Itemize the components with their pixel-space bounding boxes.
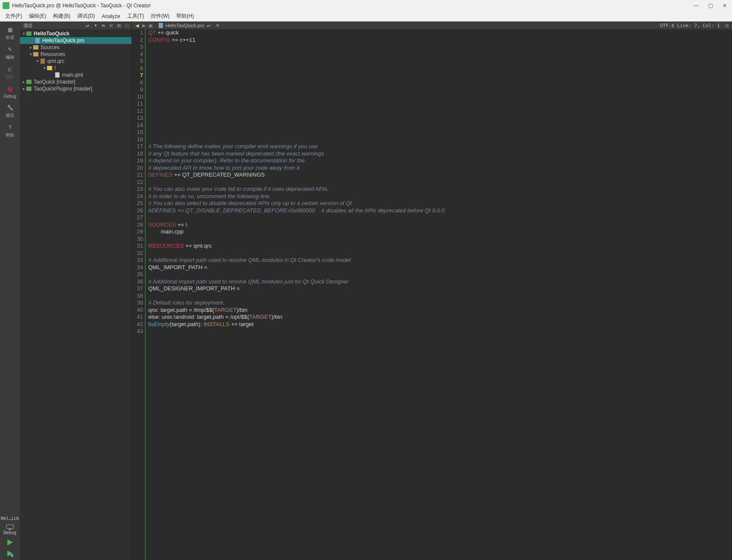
run-debug-button[interactable]	[6, 550, 14, 557]
tree-node-resources[interactable]: ▾ Resources	[20, 51, 131, 58]
mode-编辑[interactable]: ✎编辑	[0, 43, 20, 63]
code-line[interactable]: # deprecated API to know how to port you…	[148, 165, 732, 172]
code-line[interactable]: QML_DESIGNER_IMPORT_PATH =	[148, 285, 732, 292]
tree-node-project-root[interactable]: ▾ HelloTaoQuick	[20, 30, 131, 37]
tree-node-prefix[interactable]: ▾ /	[20, 65, 131, 72]
bookmark-icon[interactable]: ▣	[147, 23, 153, 28]
code-line[interactable]	[148, 58, 732, 65]
menu-item[interactable]: 构建(B)	[50, 12, 74, 21]
code-line[interactable]	[148, 100, 732, 108]
line-number: 33	[132, 257, 143, 264]
code-line[interactable]: # In order to do so, uncomment the follo…	[148, 193, 732, 200]
code-line[interactable]	[148, 93, 732, 101]
mode-label: 编辑	[6, 54, 14, 60]
menu-item[interactable]: 帮助(H)	[173, 12, 197, 21]
code-line[interactable]	[148, 250, 732, 257]
code-line[interactable]: main.cpp	[148, 228, 732, 236]
code-line[interactable]: !isEmpty(target.path): INSTALLS += targe…	[148, 321, 732, 328]
code-line[interactable]: # Additional import path used to resolve…	[148, 278, 732, 286]
code-line[interactable]: # Default rules for deployment.	[148, 299, 732, 307]
menu-item[interactable]: 工具(T)	[124, 12, 147, 21]
menu-item[interactable]: 文件(F)	[2, 12, 25, 21]
mode-项目[interactable]: 🔧项目	[0, 101, 20, 121]
window-titlebar: HelloTaoQuick.pro @ HelloTaoQuick - TaoQ…	[0, 0, 732, 11]
menu-item[interactable]: 调试(D)	[74, 12, 98, 21]
close-panel-icon[interactable]: ▢	[124, 22, 130, 28]
code-line[interactable]: RESOURCES += qml.qrc	[148, 243, 732, 250]
mode-帮助[interactable]: ?帮助	[0, 121, 20, 141]
code-line[interactable]: # depend on your compiler). Refer to the…	[148, 157, 732, 165]
close-icon[interactable]: ✕	[723, 3, 727, 9]
editor-status: UTF-8 Line: 7, Col: 1	[660, 23, 723, 28]
split-icon[interactable]: ▤	[116, 22, 122, 28]
code-line[interactable]	[148, 292, 732, 300]
kit-selector-short[interactable]: Hel…ick	[1, 516, 19, 521]
code-line[interactable]	[148, 328, 732, 335]
code-line[interactable]	[148, 72, 732, 79]
svg-rect-9	[41, 59, 45, 64]
code-line[interactable]	[148, 65, 732, 72]
minimize-icon[interactable]: —	[694, 3, 699, 9]
mode-icon: 🔧	[6, 104, 14, 112]
maximize-icon[interactable]: ▢	[708, 3, 713, 9]
mode-欢迎[interactable]: ▦欢迎	[0, 23, 20, 43]
nav-fwd-button[interactable]: ▶	[141, 23, 147, 28]
code-line[interactable]: else: unix:!android: target.path = /opt/…	[148, 314, 732, 321]
code-line[interactable]: # The following define makes your compil…	[148, 143, 732, 150]
close-tab-button[interactable]: ✕	[216, 23, 219, 28]
tree-label: Sources	[41, 44, 59, 50]
navigator-view-combo[interactable]: 项目 ▴▾	[22, 22, 91, 29]
code-line[interactable]: #DEFINES += QT_DISABLE_DEPRECATED_BEFORE…	[148, 207, 732, 215]
code-line[interactable]	[148, 51, 732, 58]
code-line[interactable]	[148, 122, 732, 129]
tree-node-qrc[interactable]: ▾ qml.qrc	[20, 58, 131, 65]
code-line[interactable]	[148, 214, 732, 221]
filter-icon[interactable]: ▼	[93, 22, 99, 28]
file-combo[interactable]: HelloTaoQuick.pro ▴▾	[156, 23, 213, 28]
tree-node-pro-file[interactable]: HelloTaoQuick.pro	[20, 37, 131, 44]
target-selector[interactable]: Debug	[3, 524, 16, 535]
code-line[interactable]	[148, 86, 732, 93]
code-line[interactable]: QML_IMPORT_PATH =	[148, 264, 732, 271]
tree-label: TaoQuick [master]	[34, 79, 75, 85]
line-number: 30	[132, 236, 143, 243]
code-line[interactable]: SOURCES += \	[148, 221, 732, 229]
split-editor-icon[interactable]: ⊞	[723, 23, 730, 28]
line-number: 5	[132, 58, 143, 65]
code-line[interactable]	[148, 44, 732, 51]
code-line[interactable]	[148, 136, 732, 143]
run-button[interactable]	[6, 538, 14, 546]
mode-Debug[interactable]: 🐞Debug	[0, 83, 20, 101]
link-icon[interactable]: ⊟	[108, 22, 114, 28]
code-line[interactable]	[148, 115, 732, 122]
tree-node-taoquick[interactable]: ▸ TaoQuick [master]	[20, 78, 131, 85]
menu-item[interactable]: Analyze	[98, 12, 124, 20]
code-line[interactable]: # any Qt feature that has been marked de…	[148, 150, 732, 158]
line-number: 27	[132, 214, 143, 221]
code-content[interactable]: QT += quickCONFIG += c++11 # The followi…	[146, 29, 732, 560]
code-line[interactable]: CONFIG += c++11	[148, 37, 732, 44]
code-line[interactable]: qnx: target.path = /tmp/$${TARGET}/bin	[148, 307, 732, 314]
code-line[interactable]: DEFINES += QT_DEPRECATED_WARNINGS	[148, 171, 732, 179]
menu-item[interactable]: 编辑(E)	[25, 12, 50, 21]
tree-node-mainqml[interactable]: main.qml	[20, 72, 131, 78]
code-line[interactable]	[148, 271, 732, 278]
code-line[interactable]	[148, 108, 732, 115]
menu-item[interactable]: 控件(W)	[147, 12, 173, 21]
line-number: 2	[132, 37, 143, 44]
code-line[interactable]: # Additional import path used to resolve…	[148, 257, 732, 264]
code-editor[interactable]: 1234567891011121314151617181920212223242…	[132, 29, 732, 560]
code-line[interactable]	[148, 179, 732, 186]
sync-icon[interactable]: ⇆	[100, 22, 106, 28]
nav-back-button[interactable]: ◀	[134, 23, 141, 28]
code-line[interactable]	[148, 79, 732, 87]
code-line[interactable]	[148, 129, 732, 136]
code-line[interactable]: # You can also select to disable depreca…	[148, 200, 732, 207]
line-number: 32	[132, 250, 143, 257]
project-tree[interactable]: ▾ HelloTaoQuick HelloTaoQuick.pro ▸ Sour…	[20, 29, 131, 560]
tree-node-sources[interactable]: ▸ Sources	[20, 44, 131, 51]
code-line[interactable]: # You can also make your code fail to co…	[148, 186, 732, 193]
code-line[interactable]: QT += quick	[148, 29, 732, 37]
tree-node-taoquickplugins[interactable]: ▸ TaoQuickPlugins [master]	[20, 85, 131, 92]
code-line[interactable]	[148, 236, 732, 243]
